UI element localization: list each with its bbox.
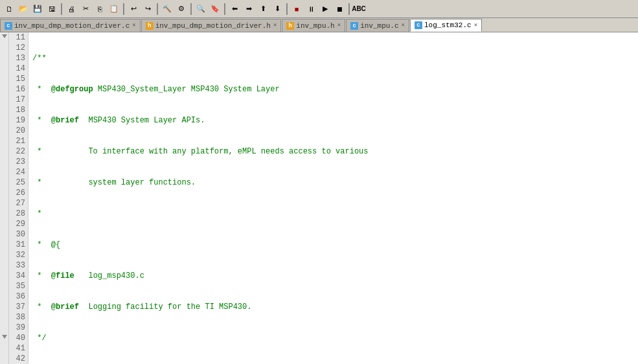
sep5 bbox=[224, 3, 225, 15]
sep3 bbox=[157, 3, 158, 15]
gutter-41 bbox=[0, 343, 8, 354]
gutter-31 bbox=[0, 240, 8, 250]
gutter-37 bbox=[0, 302, 8, 312]
abc-button[interactable]: ABC bbox=[352, 3, 365, 16]
ln-29: 29 bbox=[9, 219, 28, 229]
code-line-11: /** bbox=[28, 53, 638, 63]
ln-31: 31 bbox=[9, 240, 28, 250]
c-file-icon3: c bbox=[415, 21, 422, 29]
nav-left-button[interactable]: ⬅ bbox=[228, 3, 241, 16]
gutter-21 bbox=[0, 136, 8, 146]
tab-bar: c inv_mpu_dmp_motion_driver.c ✕ h inv_mp… bbox=[0, 18, 638, 32]
cut-button[interactable]: ✂ bbox=[79, 3, 92, 16]
debug-stop-button[interactable]: ⏹ bbox=[333, 3, 346, 16]
gutter-30 bbox=[0, 229, 8, 240]
tab-close-btn[interactable]: ✕ bbox=[273, 23, 277, 28]
ln-16: 16 bbox=[9, 84, 28, 95]
ln-40: 40 bbox=[9, 333, 28, 343]
fold-gutter bbox=[0, 32, 9, 364]
ln-26: 26 bbox=[9, 188, 28, 198]
c-file-icon2: c bbox=[350, 22, 358, 30]
fold-icon-11[interactable] bbox=[2, 34, 7, 41]
gutter-23 bbox=[0, 157, 8, 167]
gutter-16 bbox=[0, 84, 8, 95]
code-line-17: * @{ bbox=[28, 240, 638, 250]
gutter-17 bbox=[0, 95, 8, 105]
code-editor[interactable]: /** * @defgroup MSP430_System_Layer MSP4… bbox=[28, 32, 638, 364]
nav-down-button[interactable]: ⬇ bbox=[271, 3, 284, 16]
ln-13: 13 bbox=[9, 53, 28, 63]
fold-icon-40[interactable] bbox=[2, 335, 7, 341]
save-button[interactable]: 💾 bbox=[31, 3, 44, 16]
ln-42: 42 bbox=[9, 354, 28, 364]
tab-inv-mpu-c[interactable]: c inv_mpu.c ✕ bbox=[346, 19, 409, 32]
gutter-33 bbox=[0, 260, 8, 271]
tab-inv-mpu-dmp-h[interactable]: h inv_mpu_dmp_motion_driver.h ✕ bbox=[141, 19, 282, 32]
ln-30: 30 bbox=[9, 229, 28, 240]
line-numbers: 11 12 13 14 15 16 17 18 19 20 21 22 23 2… bbox=[9, 32, 28, 364]
ln-41: 41 bbox=[9, 343, 28, 354]
code-area: 11 12 13 14 15 16 17 18 19 20 21 22 23 2… bbox=[0, 32, 638, 364]
bookmark-button[interactable]: 🔖 bbox=[209, 3, 222, 16]
code-line-18: * @file log_msp430.c bbox=[28, 271, 638, 281]
gutter-39 bbox=[0, 323, 8, 333]
tab-close-btn[interactable]: ✕ bbox=[474, 23, 477, 28]
gutter-18 bbox=[0, 105, 8, 115]
redo-button[interactable]: ↪ bbox=[141, 3, 154, 16]
ln-22: 22 bbox=[9, 146, 28, 157]
find-button[interactable]: 🔍 bbox=[194, 3, 207, 16]
tab-label: inv_mpu.c bbox=[360, 22, 398, 30]
tab-inv-mpu-h[interactable]: h inv_mpu.h ✕ bbox=[282, 19, 345, 32]
ln-20: 20 bbox=[9, 126, 28, 136]
ln-27: 27 bbox=[9, 198, 28, 209]
gutter-38 bbox=[0, 312, 8, 323]
debug-run-button[interactable]: ■ bbox=[290, 3, 303, 16]
save-all-button[interactable]: 🖫 bbox=[45, 3, 58, 16]
code-line-13: * @brief MSP430 System Layer APIs. bbox=[28, 115, 638, 126]
ln-35: 35 bbox=[9, 281, 28, 291]
nav-up-button[interactable]: ⬆ bbox=[256, 3, 269, 16]
build-button[interactable]: 🔨 bbox=[161, 3, 174, 16]
debug-step-button[interactable]: ▶ bbox=[319, 3, 332, 16]
gutter-40[interactable] bbox=[0, 333, 8, 343]
gutter-20 bbox=[0, 126, 8, 136]
tab-close-btn[interactable]: ✕ bbox=[337, 23, 341, 28]
undo-button[interactable]: ↩ bbox=[127, 3, 140, 16]
gutter-13 bbox=[0, 53, 8, 63]
code-line-12: * @defgroup MSP430_System_Layer MSP430 S… bbox=[28, 84, 638, 95]
tab-label: log_stm32.c bbox=[424, 21, 472, 29]
tab-close-btn[interactable]: ✕ bbox=[132, 23, 135, 28]
ln-23: 23 bbox=[9, 157, 28, 167]
code-line-16: * bbox=[28, 209, 638, 219]
gutter-36 bbox=[0, 291, 8, 302]
open-button[interactable]: 📂 bbox=[17, 3, 30, 16]
ln-15: 15 bbox=[9, 74, 28, 84]
code-line-20: */ bbox=[28, 333, 638, 343]
ln-32: 32 bbox=[9, 250, 28, 260]
ln-18: 18 bbox=[9, 105, 28, 115]
debug-pause-button[interactable]: ⏸ bbox=[304, 3, 317, 16]
sep7 bbox=[348, 3, 350, 15]
tab-log-stm32-c[interactable]: c log_stm32.c ✕ bbox=[410, 19, 482, 32]
ln-14: 14 bbox=[9, 63, 28, 74]
tab-close-btn[interactable]: ✕ bbox=[402, 23, 405, 28]
ln-12: 12 bbox=[9, 43, 28, 53]
gutter-19 bbox=[0, 115, 8, 126]
ln-33: 33 bbox=[9, 260, 28, 271]
gutter-11[interactable] bbox=[0, 32, 8, 43]
tab-inv-mpu-dmp-c[interactable]: c inv_mpu_dmp_motion_driver.c ✕ bbox=[0, 19, 141, 32]
gutter-15 bbox=[0, 74, 8, 84]
compile-button[interactable]: ⚙ bbox=[175, 3, 188, 16]
ln-34: 34 bbox=[9, 271, 28, 281]
gutter-26 bbox=[0, 188, 8, 198]
print-button[interactable]: 🖨 bbox=[65, 3, 78, 16]
paste-button[interactable]: 📋 bbox=[108, 3, 120, 16]
new-button[interactable]: 🗋 bbox=[3, 3, 16, 16]
copy-button[interactable]: ⎘ bbox=[93, 3, 106, 16]
sep1 bbox=[61, 3, 62, 15]
sep6 bbox=[286, 3, 288, 15]
ln-36: 36 bbox=[9, 291, 28, 302]
nav-right-button[interactable]: ➡ bbox=[242, 3, 255, 16]
ln-21: 21 bbox=[9, 136, 28, 146]
sep4 bbox=[190, 3, 192, 15]
